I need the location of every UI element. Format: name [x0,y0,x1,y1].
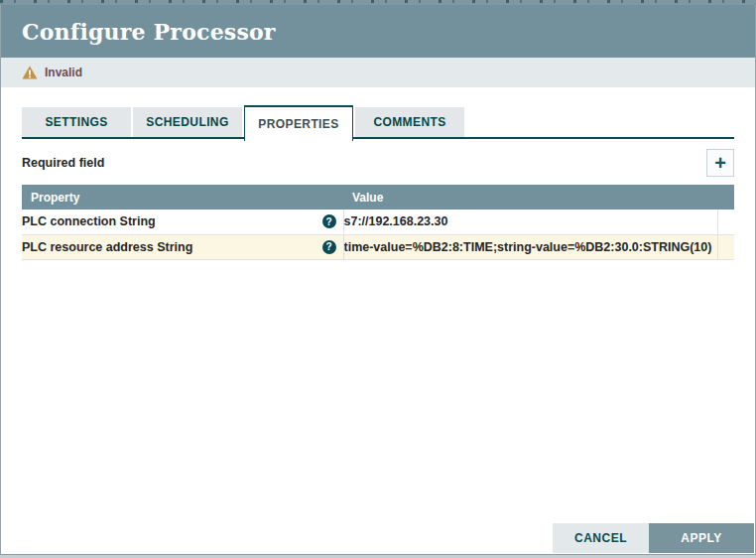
help-glyph: ? [325,241,331,252]
property-name: PLC connection String [22,214,156,228]
status-label: Invalid [45,66,82,79]
table-row[interactable]: PLC connection String ? s7://192.168.23.… [22,209,734,234]
required-field-row: Required field + [22,149,734,177]
property-name-cell: PLC resource address String ? [22,234,343,259]
plus-icon: + [714,153,726,173]
dialog-content: SETTINGS SCHEDULING PROPERTIES COMMENTS … [1,105,755,260]
dialog-footer: CANCEL APPLY [553,523,754,553]
tab-scheduling[interactable]: SCHEDULING [133,107,242,137]
property-value: s7://192.168.23.30 [344,214,448,228]
property-value-cell[interactable]: time-value=%DB2:8:TIME;string-value=%DB2… [343,234,717,259]
property-name: PLC resource address String [22,240,192,254]
add-property-button[interactable]: + [706,149,734,177]
cancel-button[interactable]: CANCEL [553,523,649,553]
help-icon[interactable]: ? [322,240,336,254]
validation-status-bar: Invalid [1,58,755,87]
property-name-cell: PLC connection String ? [22,209,343,234]
help-glyph: ? [325,216,331,227]
tabbar: SETTINGS SCHEDULING PROPERTIES COMMENTS [22,105,734,139]
table-row[interactable]: PLC resource address String ? time-value… [22,234,734,259]
properties-table: Property Value PLC connection String ? [22,185,734,260]
dialog-header: Configure Processor [1,5,755,58]
property-value-cell[interactable]: s7://192.168.23.30 [343,209,717,234]
tab-settings[interactable]: SETTINGS [22,107,131,137]
tab-properties[interactable]: PROPERTIES [244,105,353,141]
column-header-spacer [717,185,734,209]
tab-comments[interactable]: COMMENTS [355,107,464,137]
required-field-label: Required field [22,156,104,170]
warning-triangle-icon [22,66,38,79]
help-icon[interactable]: ? [322,214,336,228]
property-value: time-value=%DB2:8:TIME;string-value=%DB2… [344,240,712,254]
configure-processor-dialog: Configure Processor Invalid SETTINGS SCH… [0,5,756,555]
tab-comments-label: COMMENTS [373,115,445,129]
tab-scheduling-label: SCHEDULING [146,115,228,129]
column-header-value: Value [343,185,717,209]
dialog-title: Configure Processor [22,19,276,45]
row-spacer-cell [717,209,734,234]
column-header-property: Property [22,185,343,209]
tab-properties-label: PROPERTIES [258,117,338,131]
row-spacer-cell [717,234,734,259]
table-header-row: Property Value [22,185,734,209]
tab-settings-label: SETTINGS [45,115,107,129]
apply-button[interactable]: APPLY [649,523,754,553]
